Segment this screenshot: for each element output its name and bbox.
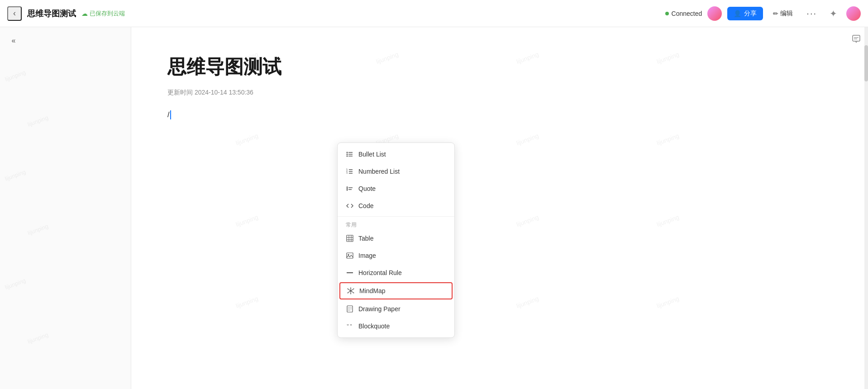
header: ‹ 思维导图测试 ☁ 已保存到云端 Connected 👤 分享 ✏ 编辑 ··… [0, 0, 868, 27]
image-icon [346, 251, 354, 260]
dropdown-menu: Bullet List 1. 2. 3. Number [337, 142, 455, 338]
svg-line-28 [348, 289, 350, 290]
menu-item-image[interactable]: Image [338, 247, 454, 264]
numbered-list-icon: 1. 2. 3. [346, 167, 354, 176]
svg-point-29 [348, 289, 348, 289]
menu-item-label: Drawing Paper [358, 305, 401, 313]
main-layout: « lijunping lijunping lijunping lijunpin… [0, 27, 868, 389]
theme-toggle-button[interactable]: ✦ [826, 6, 841, 21]
menu-item-code[interactable]: Code [338, 197, 454, 214]
share-icon: 👤 [734, 10, 741, 17]
menu-section-common: 常用 [338, 218, 454, 230]
doc-meta: 更新时间 2024-10-14 13:50:36 [167, 89, 832, 97]
watermark: lijunping [27, 114, 49, 128]
sidebar-toggle-button[interactable]: « [7, 34, 20, 47]
menu-item-label: Bullet List [358, 151, 386, 158]
menu-item-bullet-list[interactable]: Bullet List [338, 146, 454, 163]
mindmap-icon [347, 287, 355, 295]
comment-panel-button[interactable] [852, 34, 861, 46]
svg-rect-12 [347, 186, 348, 191]
connected-badge: Connected [665, 10, 702, 17]
svg-point-0 [347, 152, 348, 153]
svg-point-33 [353, 289, 354, 289]
quote-icon [346, 185, 354, 193]
svg-text:": " [350, 323, 352, 329]
menu-item-label: Quote [358, 185, 376, 192]
doc-cursor-line[interactable]: / [167, 110, 832, 119]
blockquote-icon: " " [346, 322, 354, 330]
menu-item-label: Code [358, 202, 373, 209]
svg-point-23 [350, 290, 352, 292]
sun-icon: ✦ [830, 9, 837, 19]
edit-button[interactable]: ✏ 编辑 [768, 7, 797, 20]
drawing-paper-icon [346, 305, 354, 313]
code-icon [346, 202, 354, 210]
cloud-icon: ☁ [81, 10, 88, 17]
watermark: lijunping [235, 295, 259, 310]
svg-text:": " [347, 323, 349, 329]
table-icon [346, 234, 354, 242]
more-button[interactable]: ··· [803, 6, 820, 20]
menu-item-label: Blockquote [358, 323, 390, 330]
watermark: lijunping [656, 213, 680, 228]
svg-text:3.: 3. [346, 171, 348, 174]
watermark: lijunping [656, 295, 680, 310]
menu-item-table[interactable]: Table [338, 230, 454, 247]
back-button[interactable]: ‹ [7, 6, 22, 21]
menu-item-quote[interactable]: Quote [338, 180, 454, 197]
svg-rect-15 [347, 235, 353, 242]
watermark: lijunping [4, 168, 27, 182]
header-right: Connected 👤 分享 ✏ 编辑 ··· ✦ [665, 6, 861, 21]
svg-point-27 [350, 294, 351, 294]
svg-line-34 [352, 291, 353, 293]
connected-label: Connected [672, 10, 702, 17]
watermark: lijunping [27, 223, 49, 236]
content-area: lijunping lijunping lijunping lijunping … [131, 27, 868, 389]
menu-item-label: Numbered List [358, 168, 400, 175]
doc-title: 思维导图测试 [27, 8, 76, 19]
menu-item-label: Image [358, 252, 376, 259]
svg-point-31 [348, 293, 348, 294]
watermark: lijunping [515, 213, 540, 228]
sidebar: « lijunping lijunping lijunping lijunpin… [0, 27, 131, 389]
svg-point-35 [353, 293, 354, 294]
horizontal-rule-icon [346, 269, 354, 277]
save-status: ☁ 已保存到云端 [81, 9, 125, 18]
watermark: lijunping [4, 277, 27, 290]
svg-point-4 [347, 156, 348, 157]
menu-item-horizontal-rule[interactable]: Horizontal Rule [338, 264, 454, 281]
doc-main-title: 思维导图测试 [167, 54, 832, 80]
doc-content: 思维导图测试 更新时间 2024-10-14 13:50:36 / [131, 27, 868, 147]
dropdown-scroll[interactable]: Bullet List 1. 2. 3. Number [338, 146, 454, 335]
menu-item-drawing-paper[interactable]: Drawing Paper [338, 300, 454, 318]
share-button[interactable]: 👤 分享 [727, 7, 763, 20]
bullet-list-icon [346, 150, 354, 158]
svg-rect-20 [347, 253, 353, 258]
menu-item-numbered-list[interactable]: 1. 2. 3. Numbered List [338, 163, 454, 180]
menu-item-mindmap[interactable]: MindMap [339, 282, 453, 299]
edit-icon: ✏ [773, 10, 778, 17]
svg-point-2 [347, 154, 348, 155]
text-cursor [170, 110, 171, 119]
menu-item-label: MindMap [359, 287, 386, 294]
user-avatar[interactable] [846, 6, 861, 21]
svg-line-30 [348, 291, 350, 293]
menu-item-blockquote[interactable]: " " Blockquote [338, 318, 454, 335]
svg-rect-42 [853, 35, 860, 41]
menu-divider [338, 216, 454, 217]
watermark: lijunping [27, 331, 49, 345]
menu-item-label: Table [358, 235, 373, 242]
svg-point-21 [348, 254, 349, 256]
header-left: ‹ 思维导图测试 ☁ 已保存到云端 [7, 6, 665, 21]
svg-line-32 [352, 289, 353, 290]
watermark: lijunping [4, 69, 27, 82]
watermark: lijunping [235, 213, 259, 228]
menu-item-label: Horizontal Rule [358, 269, 402, 276]
watermark: lijunping [515, 295, 540, 310]
svg-point-25 [350, 288, 351, 289]
avatar [707, 6, 722, 21]
connected-dot [665, 12, 669, 15]
